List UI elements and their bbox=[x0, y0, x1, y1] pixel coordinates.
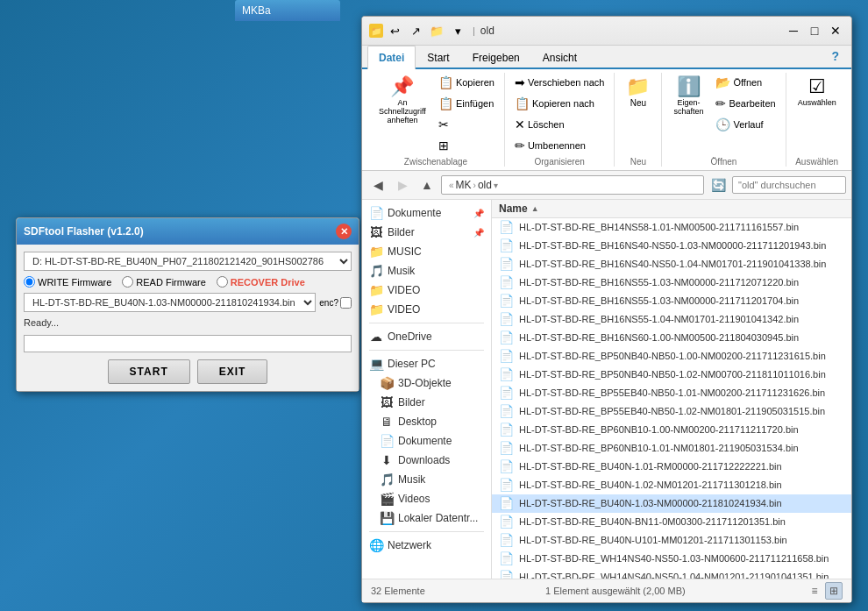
forward-button[interactable]: ▶ bbox=[392, 174, 413, 195]
table-row[interactable]: 📄 HL-DT-ST-BD-RE_BP50NB40-NB50-1.00-NM00… bbox=[492, 347, 851, 366]
ribbon-btn-copy-path[interactable]: ⊞ bbox=[434, 136, 499, 155]
sidebar-item-video1[interactable]: 📁 VIDEO bbox=[362, 281, 491, 300]
table-row[interactable]: 📄 HL-DT-ST-BD-RE_WH14NS40-NS50-1.03-NM00… bbox=[492, 550, 851, 568]
sdf-titlebar: SDFtool Flasher (v1.2.0) ✕ bbox=[17, 218, 359, 245]
breadcrumb-mk[interactable]: MK bbox=[456, 179, 472, 191]
address-breadcrumb[interactable]: « MK › old ▾ bbox=[441, 175, 704, 195]
file-icon: 📄 bbox=[499, 496, 514, 510]
file-name: HL-DT-ST-BD-RE_BP55EB40-NB50-1.02-NM0180… bbox=[519, 406, 844, 416]
table-row[interactable]: 📄 HL-DT-ST-BD-RE_BH16NS40-NS50-1.03-NM00… bbox=[492, 237, 851, 255]
paste-icon: 📋 bbox=[438, 96, 453, 110]
qat-back-btn[interactable]: ↩ bbox=[385, 21, 404, 40]
sidebar-item-video2[interactable]: 📁 VIDEO bbox=[362, 300, 491, 319]
sidebar-item-dieser-pc[interactable]: 💻 Dieser PC bbox=[362, 354, 491, 373]
sdf-firmware-dropdown[interactable]: HL-DT-ST-BD-RE_BU40N-1.03-NM00000-211810… bbox=[24, 293, 316, 312]
sidebar-item-musik2[interactable]: 🎵 Musik bbox=[362, 470, 491, 489]
table-row[interactable]: 📄 HL-DT-ST-BD-RE_BP55EB40-NB50-1.01-NM00… bbox=[492, 384, 851, 402]
ribbon-btn-open[interactable]: 📂 Öffnen bbox=[711, 73, 779, 92]
pin-indicator: 📌 bbox=[473, 209, 484, 218]
minimize-button[interactable]: ─ bbox=[785, 22, 802, 39]
view-large-btn[interactable]: ⊞ bbox=[825, 582, 843, 600]
qat-dropdown-btn[interactable]: ▾ bbox=[448, 21, 467, 40]
ribbon-btn-new[interactable]: 📁 Neu bbox=[620, 73, 656, 112]
sdf-radio-write[interactable]: WRITE Firmware bbox=[24, 276, 111, 288]
qat-properties-btn[interactable]: ↗ bbox=[406, 21, 425, 40]
ribbon-btn-pin[interactable]: 📌 An Schnellzugriffanheften bbox=[373, 73, 432, 129]
mkb-title: MKBa bbox=[242, 4, 271, 17]
copy-icon: 📋 bbox=[438, 75, 453, 89]
ribbon-btn-edit[interactable]: ✏ Bearbeiten bbox=[711, 94, 779, 113]
ribbon-btn-history[interactable]: 🕒 Verlauf bbox=[711, 115, 779, 134]
ribbon-group-content-zwischenablage: 📌 An Schnellzugriffanheften 📋 Kopieren 📋… bbox=[373, 73, 499, 155]
table-row[interactable]: 📄 HL-DT-ST-BD-RE_BH16NS55-1.03-NM00000-2… bbox=[492, 274, 851, 292]
table-row[interactable]: 📄 HL-DT-ST-BD-RE_BP60NB10-1.01-NM01801-2… bbox=[492, 439, 851, 458]
table-row[interactable]: 📄 HL-DT-ST-BD-RE_BP60NB10-1.00-NM00200-2… bbox=[492, 421, 851, 439]
back-button[interactable]: ◀ bbox=[367, 174, 388, 195]
ribbon-btn-select[interactable]: ☑ Auswählen bbox=[792, 73, 843, 111]
sidebar-item-bilder2[interactable]: 🖼 Bilder bbox=[362, 393, 491, 412]
up-button[interactable]: ▲ bbox=[416, 174, 438, 195]
table-row[interactable]: 📄 HL-DT-ST-BD-RE_WH14NS40-NS50-1.04-NM01… bbox=[492, 568, 851, 579]
sdf-radio-recover[interactable]: RECOVER Drive bbox=[217, 276, 305, 288]
sidebar-item-videos[interactable]: 🎬 Videos bbox=[362, 489, 491, 508]
table-row[interactable]: 📄 HL-DT-ST-BD-RE_BH16NS60-1.00-NM00500-2… bbox=[492, 329, 851, 347]
close-button[interactable]: ✕ bbox=[827, 22, 844, 39]
neu-label: Neu bbox=[630, 157, 646, 167]
sidebar-item-netzwerk[interactable]: 🌐 Netzwerk bbox=[362, 536, 491, 555]
status-bar: 32 Elemente 1 Element ausgewählt (2,00 M… bbox=[362, 579, 851, 602]
ribbon-btn-copy[interactable]: 📋 Kopieren bbox=[434, 73, 499, 92]
table-row[interactable]: 📄 HL-DT-ST-BD-RE_BP50NB40-NB50-1.02-NM00… bbox=[492, 366, 851, 384]
breadcrumb-old[interactable]: old bbox=[478, 179, 492, 191]
table-row[interactable]: 📄 HL-DT-ST-BD-RE_BH16NS40-NS50-1.04-NM01… bbox=[492, 255, 851, 274]
ribbon-btn-properties[interactable]: ℹ️ Eigen-schaften bbox=[667, 73, 709, 120]
sidebar-item-musik[interactable]: 🎵 Musik bbox=[362, 261, 491, 281]
sdf-start-button[interactable]: START bbox=[108, 359, 190, 384]
file-list-header[interactable]: Name ▲ bbox=[492, 200, 851, 218]
sidebar-item-lokaler-datentraeger[interactable]: 💾 Lokaler Datentr... bbox=[362, 508, 491, 528]
sdf-drive-dropdown[interactable]: D: HL-DT-ST-BD-RE_BU40N_PH07_21180212142… bbox=[24, 252, 352, 271]
view-details-btn[interactable]: ≡ bbox=[806, 582, 823, 600]
tab-freigeben[interactable]: Freigeben bbox=[461, 46, 531, 69]
sidebar-item-downloads[interactable]: ⬇ Downloads bbox=[362, 451, 491, 470]
maximize-button[interactable]: □ bbox=[806, 22, 823, 39]
refresh-button[interactable]: 🔄 bbox=[708, 174, 729, 195]
sdf-enc-checkbox[interactable] bbox=[340, 297, 352, 309]
clipboard-small-btns: 📋 Kopieren 📋 Einfügen ✂ ⊞ bbox=[434, 73, 499, 155]
table-row[interactable]: 📄 HL-DT-ST-BD-RE_BU40N-1.01-RM00000-2117… bbox=[492, 458, 851, 476]
ribbon-btn-cut[interactable]: ✂ bbox=[434, 115, 499, 134]
sidebar-item-3d[interactable]: 📦 3D-Objekte bbox=[362, 373, 491, 393]
help-button[interactable]: ? bbox=[824, 46, 846, 67]
sidebar-item-dokumente[interactable]: 📄 Dokumente 📌 bbox=[362, 203, 491, 223]
sdf-close-button[interactable]: ✕ bbox=[336, 224, 352, 239]
ribbon-btn-move[interactable]: ➡ Verschieben nach bbox=[510, 73, 608, 92]
table-row[interactable]: 📄 HL-DT-ST-BD-RE_BP55EB40-NB50-1.02-NM01… bbox=[492, 402, 851, 421]
table-row[interactable]: 📄 HL-DT-ST-BD-RE_BH14NS58-1.01-NM00500-2… bbox=[492, 218, 851, 237]
nav-separator2 bbox=[369, 350, 484, 351]
ribbon-btn-rename[interactable]: ✏ Umbenennen bbox=[510, 136, 608, 155]
tab-datei[interactable]: Datei bbox=[367, 46, 416, 69]
sidebar-item-dokumente2[interactable]: 📄 Dokumente bbox=[362, 431, 491, 451]
ribbon-btn-copy-to[interactable]: 📋 Kopieren nach bbox=[510, 94, 608, 113]
ribbon-btn-paste[interactable]: 📋 Einfügen bbox=[434, 94, 499, 113]
file-icon: 📄 bbox=[499, 533, 514, 547]
sidebar-item-onedrive[interactable]: ☁ OneDrive bbox=[362, 327, 491, 346]
sidebar-item-bilder[interactable]: 🖼 Bilder 📌 bbox=[362, 223, 491, 242]
sdf-exit-button[interactable]: EXIT bbox=[197, 359, 268, 384]
table-row[interactable]: 📄 HL-DT-ST-BD-RE_BH16NS55-1.04-NM01701-2… bbox=[492, 310, 851, 329]
table-row[interactable]: 📄 HL-DT-ST-BD-RE_BU40N-1.03-NM00000-2118… bbox=[492, 494, 851, 513]
3d-icon: 📦 bbox=[380, 376, 394, 390]
table-row[interactable]: 📄 HL-DT-ST-BD-RE_BU40N-1.02-NM01201-2117… bbox=[492, 476, 851, 494]
tab-ansicht[interactable]: Ansicht bbox=[531, 46, 588, 69]
table-row[interactable]: 📄 HL-DT-ST-BD-RE_BH16NS55-1.03-NM00000-2… bbox=[492, 292, 851, 310]
sidebar-item-music[interactable]: 📁 MUSIC bbox=[362, 242, 491, 261]
qat-save-btn[interactable]: 📁 bbox=[427, 21, 446, 40]
ribbon-group-content-auswaehlen: ☑ Auswählen bbox=[792, 73, 843, 155]
ribbon-btn-delete[interactable]: ✕ Löschen bbox=[510, 115, 608, 134]
table-row[interactable]: 📄 HL-DT-ST-BD-RE_BU40N-U101-MM01201-2117… bbox=[492, 531, 851, 550]
table-row[interactable]: 📄 HL-DT-ST-BD-RE_BU40N-BN11-0M00300-2117… bbox=[492, 513, 851, 531]
search-input[interactable] bbox=[732, 176, 846, 194]
netzwerk-icon: 🌐 bbox=[369, 538, 383, 552]
tab-start[interactable]: Start bbox=[416, 46, 460, 69]
sdf-radio-read[interactable]: READ Firmware bbox=[122, 276, 205, 288]
sidebar-item-desktop[interactable]: 🖥 Desktop bbox=[362, 412, 491, 431]
